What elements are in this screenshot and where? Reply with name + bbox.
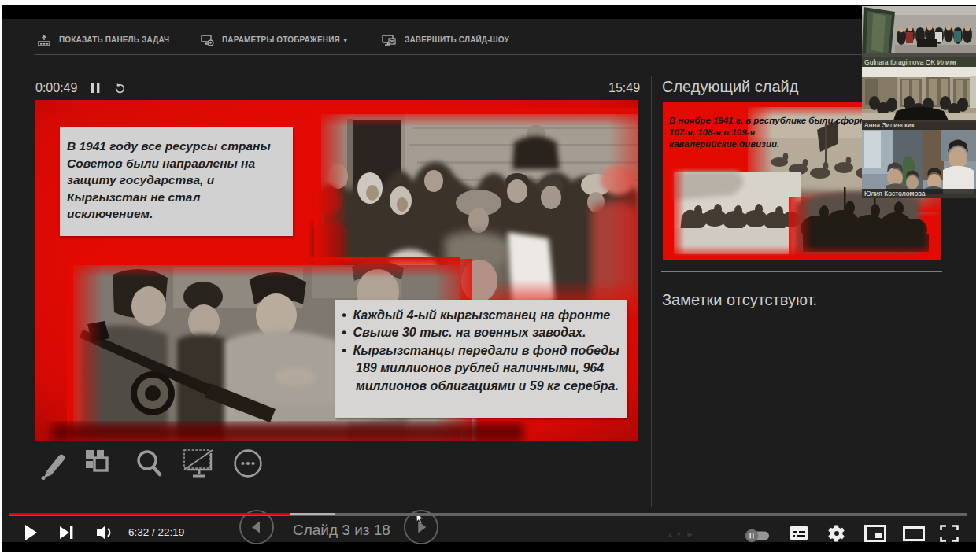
- svg-text:Gulnara Ibragimova OK Илимғ: Gulnara Ibragimova OK Илимғ: [864, 58, 957, 66]
- svg-text:Анна Зилинских: Анна Зилинских: [864, 121, 915, 129]
- svg-text:Юлия Костоломова: Юлия Костоломова: [864, 190, 926, 197]
